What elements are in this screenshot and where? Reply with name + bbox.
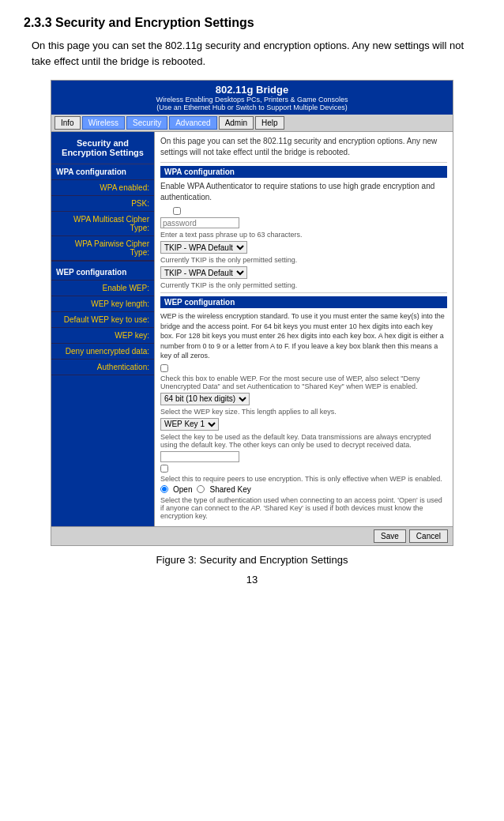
section-title: Security and Encryption Settings xyxy=(51,132,154,164)
nav-advanced-button[interactable]: Advanced xyxy=(169,116,216,130)
deny-unencrypted-label: Deny unencrypted data: xyxy=(51,344,154,360)
nav-bar: Info Wireless Security Advanced Admin He… xyxy=(51,115,453,132)
device-subtitle-1: Wireless Enabling Desktops PCs, Printers… xyxy=(56,96,448,104)
wpa-config-label: WPA configuration xyxy=(51,164,154,180)
psk-note: Enter a text pass phrase up to 63 charac… xyxy=(160,231,447,239)
wpa-section-title: WPA configuration xyxy=(160,166,447,178)
device-header: 802.11g Bridge Wireless Enabling Desktop… xyxy=(51,81,453,115)
wep-key-length-row: 64 bit (10 hex digits) xyxy=(160,393,447,405)
enable-wep-note: Check this box to enable WEP. For the mo… xyxy=(160,375,447,390)
nav-info-button[interactable]: Info xyxy=(55,116,81,130)
psk-label: PSK: xyxy=(51,196,154,212)
left-wep-section: WEP configuration Enable WEP: WEP key le… xyxy=(51,262,154,375)
wpa-enabled-row xyxy=(160,207,447,215)
psk-row xyxy=(160,217,447,228)
auth-open-radio[interactable] xyxy=(160,485,168,493)
wep-key-row xyxy=(160,451,447,462)
figure-caption: Figure 3: Security and Encryption Settin… xyxy=(24,554,480,566)
wpa-pairwise-note: Currently TKIP is the only permitted set… xyxy=(160,281,447,289)
wpa-multicast-row: TKIP - WPA Default xyxy=(160,241,447,254)
wep-key-length-select[interactable]: 64 bit (10 hex digits) xyxy=(160,393,250,405)
wpa-config-section: WPA configuration Enable WPA Authenticat… xyxy=(160,162,447,289)
wep-section-title: WEP configuration xyxy=(160,296,447,308)
nav-admin-button[interactable]: Admin xyxy=(219,116,254,130)
wep-key-label: WEP key: xyxy=(51,328,154,344)
auth-note: Select the type of authentication used w… xyxy=(160,496,447,520)
save-button[interactable]: Save xyxy=(374,529,406,543)
wpa-pairwise-row: TKIP - WPA Default xyxy=(160,266,447,279)
nav-help-button[interactable]: Help xyxy=(255,116,284,130)
wpa-enabled-checkbox[interactable] xyxy=(173,207,181,215)
right-panel: On this page you can set the 802.11g sec… xyxy=(154,132,453,526)
wep-desc: WEP is the wireless encryption standard.… xyxy=(160,311,447,361)
wep-key-length-note: Select the WEP key size. This length app… xyxy=(160,408,447,416)
page-heading: 2.3.3 Security and Encryption Settings xyxy=(24,16,480,30)
auth-open-label: Open xyxy=(173,485,192,494)
enable-wep-checkbox[interactable] xyxy=(160,364,168,372)
intro-text: On this page you can set the 802.11g sec… xyxy=(24,38,480,69)
left-panel: Security and Encryption Settings WPA con… xyxy=(51,132,154,526)
wpa-desc: Enable WPA Authenticator to require stat… xyxy=(160,181,447,203)
content-area: Security and Encryption Settings WPA con… xyxy=(51,132,453,526)
wpa-enabled-label: WPA enabled: xyxy=(51,180,154,196)
psk-input[interactable] xyxy=(160,217,239,228)
wpa-multicast-select[interactable]: TKIP - WPA Default xyxy=(160,241,247,254)
default-wep-key-note: Select the key to be used as the default… xyxy=(160,433,447,449)
wep-config-section: WEP configuration WEP is the wireless en… xyxy=(160,292,447,520)
cancel-button[interactable]: Cancel xyxy=(409,529,448,543)
device-title: 802.11g Bridge xyxy=(56,84,448,96)
page-number: 13 xyxy=(24,574,480,586)
wpa-multicast-note: Currently TKIP is the only permitted set… xyxy=(160,256,447,264)
wep-key-input[interactable] xyxy=(160,451,239,462)
wep-config-label: WEP configuration xyxy=(51,265,154,281)
deny-unencrypted-note: Select this to require peers to use encr… xyxy=(160,475,447,483)
authentication-label: Authentication: xyxy=(51,360,154,375)
device-subtitle-2: (Use an Ethernet Hub or Switch to Suppor… xyxy=(56,104,448,111)
auth-options: Open Shared Key xyxy=(160,485,251,494)
default-wep-key-label: Default WEP key to use: xyxy=(51,312,154,328)
wpa-pairwise-select[interactable]: TKIP - WPA Default xyxy=(160,266,247,279)
enable-wep-row xyxy=(160,364,447,372)
default-wep-key-row: WEP Key 1 xyxy=(160,418,447,431)
default-wep-key-select[interactable]: WEP Key 1 xyxy=(160,418,219,431)
nav-wireless-button[interactable]: Wireless xyxy=(82,116,125,130)
bottom-bar: Save Cancel xyxy=(51,526,453,545)
nav-security-button[interactable]: Security xyxy=(126,116,167,130)
wep-key-length-label: WEP key length: xyxy=(51,296,154,312)
auth-shared-radio[interactable] xyxy=(197,485,205,493)
section-desc: On this page you can set the 802.11g sec… xyxy=(160,136,447,158)
deny-unencrypted-row xyxy=(160,465,447,473)
deny-unencrypted-checkbox[interactable] xyxy=(160,465,168,473)
wpa-multicast-label: WPA Multicast Cipher Type: xyxy=(51,212,154,236)
wpa-pairwise-label: WPA Pairwise Cipher Type: xyxy=(51,236,154,261)
auth-shared-label: Shared Key xyxy=(209,485,250,494)
authentication-row: Open Shared Key xyxy=(160,485,447,494)
enable-wep-label: Enable WEP: xyxy=(51,281,154,296)
left-wpa-section: WPA configuration WPA enabled: PSK: WPA … xyxy=(51,164,154,262)
device-frame: 802.11g Bridge Wireless Enabling Desktop… xyxy=(51,80,453,546)
